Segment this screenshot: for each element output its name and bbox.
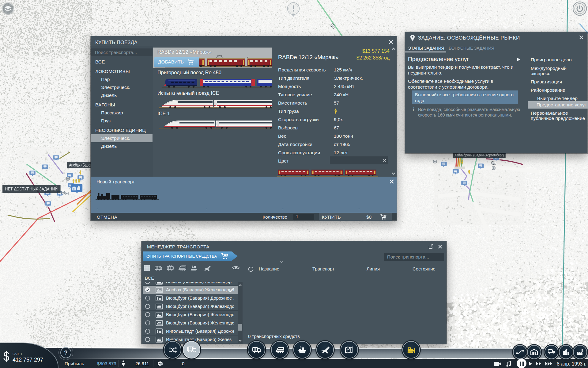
train-list-item[interactable]: RABDe 12/12 «Мираж» ДОБАВИТЬ [153, 48, 272, 68]
column-line[interactable]: Линия [367, 266, 380, 271]
fastest-forward-button[interactable] [545, 362, 553, 366]
station-row[interactable]: Вюрцбург (Бавария) Железнодс [143, 311, 238, 319]
construction-button[interactable] [402, 341, 420, 358]
sidebar-filter-item[interactable]: НЕСКОЛЬКО ЕДИНИЦ [91, 126, 153, 134]
sidebar-filter-item[interactable]: ЛОКОМОТИВЫ [91, 67, 153, 75]
sidebar-filter-item[interactable]: Пар [91, 75, 153, 83]
sidebar-filter-item[interactable]: Груз [91, 117, 153, 125]
sidebar-filter-item[interactable]: ВСЕ [91, 58, 153, 66]
scroll-up-icon[interactable] [391, 47, 396, 50]
stage-list-item[interactable]: Предоставление услуг [528, 101, 588, 109]
scrollbar-thumb[interactable] [238, 324, 242, 331]
factories-button[interactable] [573, 345, 587, 359]
sidebar-filter-item[interactable]: Электрическ. [91, 134, 153, 142]
stage-list-item[interactable]: Выиграйте тендер [537, 96, 578, 101]
filter-train-icon[interactable] [179, 265, 187, 271]
rail-station-icon [156, 282, 163, 285]
scroll-up-icon[interactable] [238, 284, 242, 286]
popout-icon[interactable] [428, 244, 434, 249]
column-transport[interactable]: Транспорт [312, 266, 334, 271]
filter-bus-icon[interactable] [155, 265, 162, 271]
buy-vehicles-button[interactable]: КУПИТЬ ТРАНСПОРТНЫЕ СРЕДСТВА [143, 251, 238, 261]
station-row[interactable]: Вюрцбург (Бавария) Дорожное , [143, 294, 238, 302]
station-row[interactable]: Ансбах (Бавария) Железнодор [143, 282, 238, 286]
radio-icon[interactable] [145, 304, 150, 309]
help-button[interactable]: ? [60, 347, 71, 358]
filter-tram-icon[interactable] [167, 265, 174, 271]
add-to-cart-button[interactable]: ДОБАВИТЬ [154, 57, 199, 67]
account-label: СЧЕТ [13, 352, 23, 356]
list-scrollbar[interactable] [238, 282, 243, 344]
station-row[interactable]: Ансбах (Бавария) Железнодоро [143, 286, 238, 294]
column-name[interactable]: Название [259, 266, 279, 271]
close-icon[interactable] [438, 244, 443, 249]
station-row[interactable]: Вюрцбург (Бавария) Железнодс [143, 319, 238, 327]
radio-icon[interactable] [145, 295, 150, 301]
sidebar-filter-item[interactable]: Дизель [91, 91, 153, 99]
sidebar-filter-item[interactable]: Электрическ. [91, 83, 153, 91]
messages-button[interactable] [545, 345, 559, 359]
detail-row: Дата постройки от 1965 [276, 140, 392, 149]
profit-value: $803 873 [97, 361, 116, 366]
power-button[interactable] [573, 2, 586, 15]
road-vehicles-button[interactable] [248, 341, 265, 358]
station-row[interactable]: Вюрцбург (Бавария) Железнодс [143, 302, 238, 311]
tab-bonus-missions[interactable]: БОНУСНЫЕ ЗАДАНИЯ [449, 46, 494, 51]
map-overlays-button[interactable] [341, 341, 358, 358]
fast-forward-button[interactable] [536, 362, 542, 366]
clear-color-icon[interactable] [383, 159, 386, 162]
select-all-radio[interactable] [248, 266, 254, 272]
sidebar-filter-item[interactable]: ВАГОНЫ [91, 101, 153, 109]
sort-chevron-icon[interactable] [280, 261, 284, 263]
stage-list-item[interactable]: Междугородный экспресс [531, 66, 567, 76]
group-all-label[interactable]: ВСЕ [145, 275, 154, 281]
routes-button[interactable] [513, 345, 527, 359]
radio-icon[interactable] [145, 320, 150, 326]
radio-icon[interactable] [145, 312, 150, 317]
checked-radio-icon[interactable] [145, 287, 150, 293]
search-input[interactable]: Поиск транспорта... [384, 253, 444, 261]
rail-station-icon [156, 304, 163, 309]
lines-button[interactable] [164, 341, 181, 358]
filter-all-grid-icon[interactable] [144, 265, 150, 271]
stage-list-item[interactable]: Проигранное дело [531, 57, 572, 62]
cancel-button[interactable]: ОТМЕНА [97, 214, 117, 220]
color-picker-input[interactable] [330, 156, 388, 164]
music-icon[interactable] [506, 361, 511, 367]
ships-button[interactable] [293, 341, 311, 358]
filter-ship-icon[interactable] [190, 265, 198, 271]
tab-mission-stages[interactable]: ЭТАПЫ ЗАДАНИЯ [408, 46, 444, 51]
close-icon[interactable] [389, 40, 394, 44]
trains-button[interactable] [271, 341, 288, 358]
pause-button[interactable] [517, 358, 526, 368]
sidebar-filter-item[interactable]: Пассажир [91, 109, 153, 117]
station-row[interactable]: Ингольштадт (Бавария) Дорожн [143, 327, 238, 335]
sidebar-filter-item[interactable]: Дизель [91, 142, 153, 150]
rename-pencil-icon[interactable] [229, 287, 235, 293]
layers-button[interactable] [2, 2, 14, 15]
close-icon[interactable] [579, 35, 584, 40]
train-list-item[interactable]: Пригородный поезд Re 450 ДОБАВИТЬ [153, 68, 272, 89]
placeholder-dash: - [206, 206, 207, 211]
stage-list-item[interactable]: Районирование [531, 87, 565, 93]
train-list-item[interactable]: Испытательный поезд ICE ДОБАВИТЬ [153, 89, 272, 109]
transport-manager-button[interactable] [183, 341, 200, 358]
close-icon[interactable] [389, 179, 394, 184]
play-button[interactable] [529, 362, 532, 366]
stage-list-item[interactable]: Приватизация [531, 79, 562, 84]
camera-icon[interactable] [494, 361, 502, 366]
filter-plane-icon[interactable] [203, 265, 211, 272]
radio-icon[interactable] [145, 282, 150, 284]
stage-list-item[interactable]: Первоначальное публичное предложение [531, 110, 585, 121]
search-input[interactable]: Поиск транспорта... [91, 48, 153, 56]
depots-button[interactable] [527, 345, 541, 359]
buy-button[interactable]: КУПИТЬ $0 $ [319, 213, 392, 221]
radio-icon[interactable] [145, 328, 150, 334]
train-list-item[interactable]: ICE 1 ДОБАВИТЬ [153, 109, 272, 130]
industries-button[interactable] [559, 345, 573, 359]
scroll-down-icon[interactable] [391, 172, 396, 175]
visibility-eye-icon[interactable] [232, 265, 240, 270]
planes-button[interactable] [316, 341, 334, 358]
quantity-input[interactable]: 1 [293, 214, 314, 220]
column-state[interactable]: Состояние [413, 266, 435, 271]
